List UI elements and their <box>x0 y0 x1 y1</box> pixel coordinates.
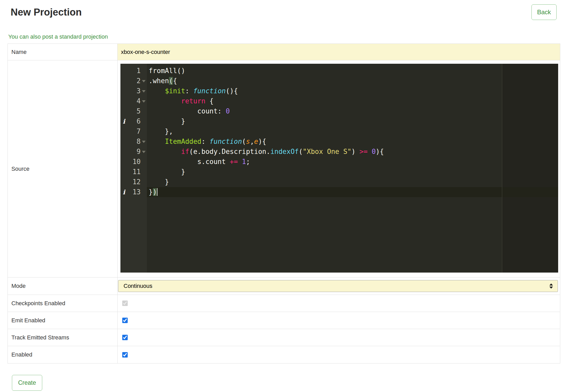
editor-lines: 1fromAll()2.when({3 $init: function(){4 … <box>120 66 558 197</box>
lint-info-icon: i <box>123 116 125 126</box>
name-input[interactable] <box>118 44 560 60</box>
gutter-cell: 10 <box>120 157 147 167</box>
code-text: fromAll() <box>147 66 558 76</box>
code-text: ItemAdded: function(s,e){ <box>147 137 558 147</box>
form-row-enabled: Enabled <box>8 346 560 363</box>
code-line: 12 } <box>120 177 558 187</box>
gutter-cell: i6 <box>120 116 147 126</box>
code-line: 8 ItemAdded: function(s,e){ <box>120 137 558 147</box>
enabled-label: Enabled <box>8 346 118 363</box>
checkpoints-enabled-label: Checkpoints Enabled <box>8 295 118 312</box>
back-button[interactable]: Back <box>531 4 557 20</box>
code-line: i13}) <box>120 187 558 197</box>
projection-form: Name Source 1fromAll()2.when({3 $init: f… <box>8 44 560 364</box>
code-text: if(e.body.Description.indexOf("Xbox One … <box>147 147 558 157</box>
form-row-track-emitted-streams: Track Emitted Streams <box>8 329 560 346</box>
code-text: } <box>147 116 558 126</box>
gutter-cell: 11 <box>120 167 147 177</box>
create-button[interactable]: Create <box>12 375 42 391</box>
code-line: 2.when({ <box>120 76 558 86</box>
line-number: 10 <box>120 157 147 167</box>
editor-ruler <box>502 64 502 273</box>
gutter-cell: 5 <box>120 106 147 116</box>
form-row-checkpoints-enabled: Checkpoints Enabled <box>8 295 560 312</box>
code-line: 7 }, <box>120 126 558 137</box>
track-emitted-streams-checkbox[interactable] <box>122 335 128 340</box>
form-row-name: Name <box>8 44 560 60</box>
code-text: }, <box>147 126 558 137</box>
line-number: 11 <box>120 167 147 177</box>
source-label: Source <box>8 60 118 277</box>
code-line: i6 } <box>120 116 558 126</box>
form-row-emit-enabled: Emit Enabled <box>8 312 560 329</box>
fold-arrow-icon[interactable] <box>142 100 146 103</box>
code-line: 5 count: 0 <box>120 106 558 116</box>
line-number: 1 <box>120 66 147 76</box>
gutter-cell: 4 <box>120 96 147 106</box>
emit-enabled-cell <box>118 312 560 329</box>
mode-value-cell: Continuous <box>118 277 560 295</box>
fold-arrow-icon[interactable] <box>142 90 146 92</box>
mode-label: Mode <box>8 277 118 295</box>
name-value-cell <box>118 44 560 60</box>
page-title: New Projection <box>11 7 557 18</box>
emit-enabled-checkbox[interactable] <box>122 318 128 323</box>
code-text: s.count += 1; <box>147 157 558 167</box>
code-text: return { <box>147 96 558 106</box>
fold-arrow-icon[interactable] <box>142 151 146 153</box>
checkpoints-enabled-cell <box>118 295 560 312</box>
code-text: } <box>147 177 558 187</box>
gutter-cell: 7 <box>120 126 147 137</box>
line-number: 5 <box>120 106 147 116</box>
code-line: 4 return { <box>120 96 558 106</box>
code-line: 11 } <box>120 167 558 177</box>
form-row-source: Source 1fromAll()2.when({3 $init: functi… <box>8 60 560 277</box>
enabled-cell <box>118 346 560 363</box>
code-line: 3 $init: function(){ <box>120 86 558 96</box>
name-label: Name <box>8 44 118 60</box>
fold-arrow-icon[interactable] <box>142 80 146 82</box>
gutter-cell: 12 <box>120 177 147 187</box>
line-number: 12 <box>120 177 147 187</box>
code-cursor <box>157 188 157 196</box>
gutter-cell: 3 <box>120 86 147 96</box>
checkpoints-enabled-checkbox[interactable] <box>122 301 128 306</box>
track-emitted-streams-cell <box>118 329 560 346</box>
gutter-cell: 2 <box>120 76 147 86</box>
track-emitted-streams-label: Track Emitted Streams <box>8 329 118 346</box>
enabled-checkbox[interactable] <box>122 352 128 358</box>
fold-arrow-icon[interactable] <box>142 141 146 143</box>
gutter-cell: 9 <box>120 147 147 157</box>
mode-selected-value: Continuous <box>124 283 152 289</box>
select-arrows-icon <box>549 283 553 289</box>
code-line: 9 if(e.body.Description.indexOf("Xbox On… <box>120 147 558 157</box>
form-row-mode: Mode Continuous <box>8 277 560 295</box>
gutter-cell: 8 <box>120 137 147 147</box>
code-line: 1fromAll() <box>120 66 558 76</box>
gutter-cell: i13 <box>120 187 147 197</box>
code-text: }) <box>147 187 558 197</box>
lint-info-icon: i <box>123 187 125 197</box>
code-line: 10 s.count += 1; <box>120 157 558 167</box>
page-header: New Projection Back <box>0 0 561 18</box>
emit-enabled-label: Emit Enabled <box>8 312 118 329</box>
code-text: $init: function(){ <box>147 86 558 96</box>
standard-projection-link[interactable]: You can also post a standard projection <box>8 33 108 40</box>
code-text: } <box>147 167 558 177</box>
code-text: .when({ <box>147 76 558 86</box>
code-text: count: 0 <box>147 106 558 116</box>
source-code-editor[interactable]: 1fromAll()2.when({3 $init: function(){4 … <box>120 64 558 273</box>
mode-select[interactable]: Continuous <box>118 280 558 292</box>
source-value-cell: 1fromAll()2.when({3 $init: function(){4 … <box>118 60 560 277</box>
gutter-cell: 1 <box>120 66 147 76</box>
line-number: 7 <box>120 126 147 137</box>
